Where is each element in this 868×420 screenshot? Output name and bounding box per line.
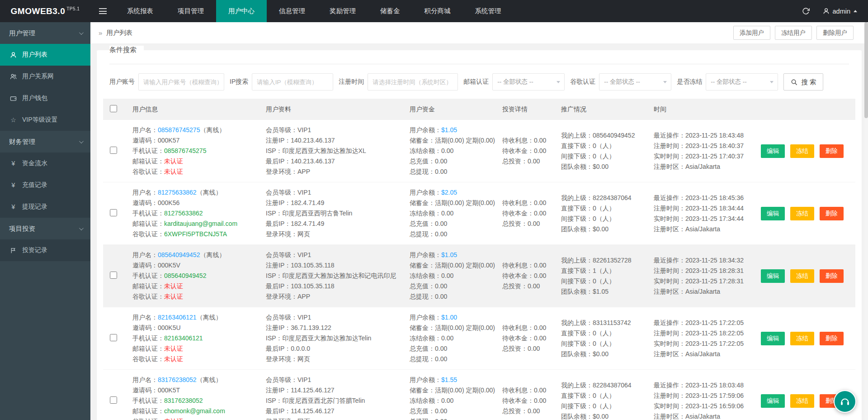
cell-actions: 编辑 冻结 删除 <box>754 120 855 182</box>
freeze-button[interactable]: 冻结 <box>790 394 814 408</box>
sidebar-item-user-wallet[interactable]: 用户钱包 <box>0 87 90 109</box>
field-label: 最后IP： <box>266 407 291 415</box>
username-link[interactable]: 83176238052 <box>158 376 197 383</box>
ip-search-input[interactable] <box>252 73 333 91</box>
delete-button[interactable]: 删除 <box>820 269 844 283</box>
field-label: 待收本金： <box>502 147 534 154</box>
balance-link[interactable]: $1.00 <box>441 314 457 321</box>
row-checkbox[interactable] <box>110 272 117 279</box>
select-all-checkbox[interactable] <box>110 105 117 112</box>
parent-user: 82284387064 <box>593 194 632 201</box>
recharge-total: 0.00 <box>435 407 447 415</box>
customer-service-button[interactable] <box>834 390 856 413</box>
field-label: 谷歌认证： <box>132 230 164 238</box>
cell-user-funds: 用户余额：$1.05 储蓄金：活期(0.00) 定期(0.00) 冻结余额：0.… <box>403 120 495 182</box>
username-link[interactable]: 82163406121 <box>158 314 197 321</box>
sidebar-item-fund-flow[interactable]: ¥ 资金流水 <box>0 153 90 174</box>
register-time-input[interactable] <box>368 73 458 91</box>
delete-button[interactable]: 删除 <box>820 207 844 220</box>
phone-verified-value: 085876745275 <box>164 147 206 154</box>
page-scrollbar[interactable] <box>864 22 868 420</box>
edit-button[interactable]: 编辑 <box>761 269 785 283</box>
delete-button[interactable]: 删除 <box>820 332 844 345</box>
team-balance: $0.00 <box>593 413 609 420</box>
search-button[interactable]: 搜 索 <box>783 73 823 91</box>
username-link[interactable]: 085876745275 <box>158 126 200 134</box>
edit-button[interactable]: 编辑 <box>761 207 785 220</box>
field-label: 间接下级： <box>561 340 593 347</box>
field-label: 注册IP： <box>266 324 291 331</box>
nav-item-projects[interactable]: 项目管理 <box>165 0 216 22</box>
field-label: 注册时区： <box>654 163 685 170</box>
field-label: 我的上级： <box>561 319 593 326</box>
username-link[interactable]: 085640949452 <box>158 251 200 258</box>
frozen-status-select[interactable]: -- 全部状态 -- <box>706 73 778 91</box>
nav-item-points-mall[interactable]: 积分商城 <box>412 0 463 22</box>
freeze-button[interactable]: 冻结 <box>790 332 814 345</box>
group-label: 财务管理 <box>9 138 35 146</box>
account-search-input[interactable] <box>138 73 224 91</box>
google-status-select[interactable]: -- 全部状态 -- <box>599 73 671 91</box>
row-checkbox[interactable] <box>110 396 117 404</box>
logo-version: TP5.1 <box>66 6 80 11</box>
recharge-total: 0.00 <box>435 220 447 227</box>
balance-link[interactable]: $1.05 <box>441 251 457 258</box>
freeze-button[interactable]: 冻结 <box>790 269 814 283</box>
register-time: 2023-11-25 18:22:05 <box>685 329 744 337</box>
sidebar-item-recharge-records[interactable]: ¥ 充值记录 <box>0 174 90 196</box>
field-label: 总充值： <box>410 158 435 165</box>
sidebar-item-user-network[interactable]: 用户关系网 <box>0 66 90 87</box>
balance-link[interactable]: $1.55 <box>441 376 457 383</box>
sidebar: 用户管理 用户列表 用户关系网 用户钱包 ☆ VIP等级设置 财务 <box>0 22 90 420</box>
username-link[interactable]: 81275633862 <box>158 189 197 196</box>
field-label: 总提现： <box>410 355 435 363</box>
balance-link[interactable]: $1.05 <box>441 126 457 134</box>
add-user-button[interactable]: 添加用户 <box>733 26 770 40</box>
real-time: 2023-11-25 17:28:31 <box>685 277 744 285</box>
nav-item-information[interactable]: 信息管理 <box>267 0 317 22</box>
sidebar-group-investment[interactable]: 项目投资 <box>0 218 90 239</box>
register-time: 2023-11-25 18:40:37 <box>685 142 744 149</box>
wallet-icon <box>9 95 17 102</box>
sidebar-item-user-list[interactable]: 用户列表 <box>0 44 90 66</box>
row-checkbox[interactable] <box>110 334 117 341</box>
main-content: 条件搜索 用户账号 IP搜索 注册时间 邮箱认证 -- 全部状态 -- <box>90 44 868 420</box>
search-group-email: 邮箱认证 -- 全部状态 -- <box>463 73 565 91</box>
email-status-select[interactable]: -- 全部状态 -- <box>492 73 565 91</box>
nav-item-savings[interactable]: 储蓄金 <box>368 0 412 22</box>
parent-user: 82284387064 <box>593 382 632 389</box>
freeze-button[interactable]: 冻结 <box>790 144 814 158</box>
delete-button[interactable]: 删除 <box>820 144 844 158</box>
scrollbar-thumb[interactable] <box>864 22 868 118</box>
field-label: 冻结余额： <box>410 210 441 217</box>
sidebar-item-vip-settings[interactable]: ☆ VIP等级设置 <box>0 109 90 131</box>
freeze-user-button[interactable]: 冻结用户 <box>775 26 812 40</box>
edit-button[interactable]: 编辑 <box>761 332 785 345</box>
pending-interest: 0.00 <box>534 262 546 269</box>
field-label: 直接下级： <box>561 267 593 274</box>
edit-button[interactable]: 编辑 <box>761 144 785 158</box>
field-label: 邀请码： <box>132 137 158 144</box>
field-label: 总投资： <box>502 282 528 290</box>
freeze-button[interactable]: 冻结 <box>790 207 814 220</box>
direct-subordinates: 0（人） <box>593 142 615 149</box>
nav-item-rewards[interactable]: 奖励管理 <box>317 0 368 22</box>
edit-button[interactable]: 编辑 <box>761 394 785 408</box>
row-checkbox[interactable] <box>110 147 117 154</box>
field-label: 用户名： <box>132 126 158 134</box>
menu-toggle-icon[interactable] <box>90 0 115 22</box>
phone-verified-value: 83176238052 <box>164 397 203 404</box>
delete-user-button[interactable]: 删除用户 <box>816 26 854 40</box>
nav-item-user-center[interactable]: 用户中心 <box>216 0 267 22</box>
admin-menu[interactable]: admin <box>818 8 868 15</box>
nav-item-reports[interactable]: 系统报表 <box>115 0 165 22</box>
pending-interest: 0.00 <box>534 324 546 331</box>
sidebar-item-withdraw-records[interactable]: ¥ 提现记录 <box>0 196 90 218</box>
sidebar-item-invest-records[interactable]: 投资记录 <box>0 239 90 261</box>
nav-item-system[interactable]: 系统管理 <box>463 0 514 22</box>
refresh-icon[interactable] <box>794 0 818 22</box>
balance-link[interactable]: $2.05 <box>441 189 457 196</box>
row-checkbox[interactable] <box>110 209 117 216</box>
sidebar-group-finance[interactable]: 财务管理 <box>0 131 90 153</box>
sidebar-group-user-management[interactable]: 用户管理 <box>0 22 90 44</box>
